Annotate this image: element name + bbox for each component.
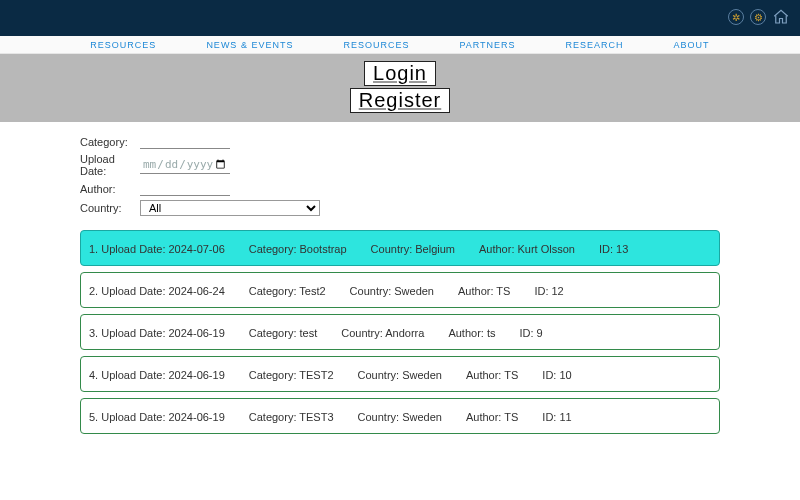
register-button[interactable]: Register bbox=[350, 88, 450, 113]
row-date: 4. Upload Date: 2024-06-19 bbox=[89, 369, 225, 381]
author-label: Author: bbox=[80, 183, 140, 195]
row-id: ID: 11 bbox=[542, 411, 571, 423]
row-country: Country: Sweden bbox=[358, 369, 442, 381]
nav-resources[interactable]: RESOURCES bbox=[90, 40, 156, 50]
topbar: ✲ ⚙ bbox=[0, 0, 800, 36]
row-author: Author: TS bbox=[466, 369, 518, 381]
result-row[interactable]: 2. Upload Date: 2024-06-24Category: Test… bbox=[80, 272, 720, 308]
row-category: Category: Test2 bbox=[249, 285, 326, 297]
filters: Category: Upload Date: Author: Country: … bbox=[80, 134, 720, 216]
main-nav: RESOURCES NEWS & EVENTS RESOURCES PARTNE… bbox=[0, 36, 800, 54]
row-author: Author: TS bbox=[458, 285, 510, 297]
nav-research[interactable]: RESEARCH bbox=[566, 40, 624, 50]
results-list: 1. Upload Date: 2024-07-06Category: Boot… bbox=[80, 230, 720, 434]
content: Category: Upload Date: Author: Country: … bbox=[0, 122, 800, 434]
row-category: Category: test bbox=[249, 327, 317, 339]
row-country: Country: Sweden bbox=[358, 411, 442, 423]
result-row[interactable]: 3. Upload Date: 2024-06-19Category: test… bbox=[80, 314, 720, 350]
row-author: Author: Kurt Olsson bbox=[479, 243, 575, 255]
row-author: Author: TS bbox=[466, 411, 518, 423]
row-id: ID: 9 bbox=[519, 327, 542, 339]
row-date: 1. Upload Date: 2024-07-06 bbox=[89, 243, 225, 255]
row-category: Category: TEST3 bbox=[249, 411, 334, 423]
flower-icon[interactable]: ✲ bbox=[728, 9, 744, 25]
home-icon[interactable] bbox=[772, 8, 790, 26]
nav-about[interactable]: ABOUT bbox=[674, 40, 710, 50]
row-country: Country: Belgium bbox=[371, 243, 455, 255]
result-row[interactable]: 4. Upload Date: 2024-06-19Category: TEST… bbox=[80, 356, 720, 392]
topbar-icons: ✲ ⚙ bbox=[728, 8, 790, 26]
row-country: Country: Andorra bbox=[341, 327, 424, 339]
row-id: ID: 10 bbox=[542, 369, 571, 381]
author-input[interactable] bbox=[140, 181, 230, 196]
row-country: Country: Sweden bbox=[350, 285, 434, 297]
row-date: 5. Upload Date: 2024-06-19 bbox=[89, 411, 225, 423]
category-input[interactable] bbox=[140, 134, 230, 149]
country-select[interactable]: All bbox=[140, 200, 320, 216]
row-date: 3. Upload Date: 2024-06-19 bbox=[89, 327, 225, 339]
country-label: Country: bbox=[80, 202, 140, 214]
row-author: Author: ts bbox=[448, 327, 495, 339]
nav-news-events[interactable]: NEWS & EVENTS bbox=[206, 40, 293, 50]
category-label: Category: bbox=[80, 136, 140, 148]
upload-date-input[interactable] bbox=[140, 156, 230, 174]
result-row[interactable]: 5. Upload Date: 2024-06-19Category: TEST… bbox=[80, 398, 720, 434]
row-id: ID: 12 bbox=[534, 285, 563, 297]
auth-band: Login Register bbox=[0, 54, 800, 122]
login-button[interactable]: Login bbox=[364, 61, 436, 86]
row-category: Category: TEST2 bbox=[249, 369, 334, 381]
nav-resources2[interactable]: RESOURCES bbox=[343, 40, 409, 50]
upload-date-label: Upload Date: bbox=[80, 153, 140, 177]
row-category: Category: Bootstrap bbox=[249, 243, 347, 255]
row-date: 2. Upload Date: 2024-06-24 bbox=[89, 285, 225, 297]
gear-icon[interactable]: ⚙ bbox=[750, 9, 766, 25]
nav-partners[interactable]: PARTNERS bbox=[459, 40, 515, 50]
row-id: ID: 13 bbox=[599, 243, 628, 255]
result-row[interactable]: 1. Upload Date: 2024-07-06Category: Boot… bbox=[80, 230, 720, 266]
